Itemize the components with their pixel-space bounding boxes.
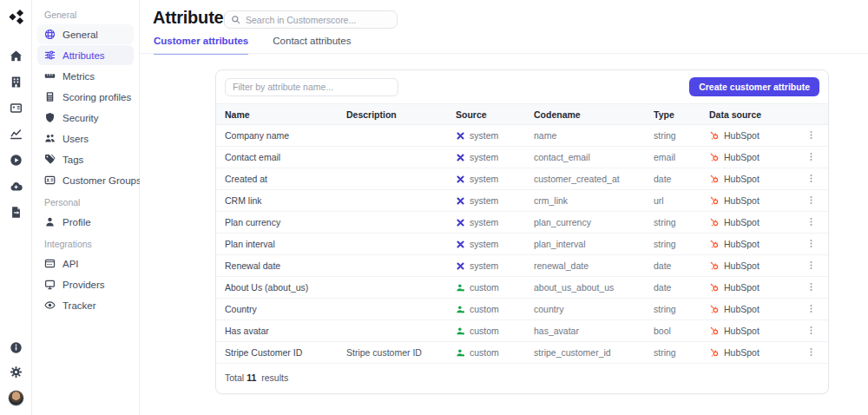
sidebar-item-label: API bbox=[62, 259, 79, 269]
table-row: Contact emailsystemcontact_emailemailHub… bbox=[216, 147, 828, 168]
icon-rail bbox=[0, 0, 32, 415]
column-header-data-source: Data source bbox=[709, 109, 792, 120]
user-avatar[interactable] bbox=[8, 390, 24, 406]
codename-cell: customer_created_at bbox=[534, 174, 654, 184]
source-label: custom bbox=[470, 282, 499, 293]
type-cell: email bbox=[654, 152, 709, 162]
sidebar-item-general[interactable]: General bbox=[37, 24, 134, 44]
sidebar-item-tags[interactable]: Tags bbox=[37, 149, 134, 169]
attribute-name-cell: Plan currency bbox=[225, 217, 346, 227]
custom-icon bbox=[456, 348, 465, 358]
row-menu-button[interactable] bbox=[803, 149, 819, 166]
codename-cell: about_us_about_us bbox=[534, 282, 654, 293]
source-label: custom bbox=[470, 326, 499, 336]
sidebar-item-profile[interactable]: Profile bbox=[37, 212, 134, 232]
info-icon bbox=[10, 341, 23, 354]
attribute-name-cell: CRM link bbox=[225, 195, 346, 206]
row-actions bbox=[792, 258, 819, 274]
eye-icon bbox=[44, 300, 56, 311]
system-icon bbox=[456, 196, 465, 206]
hubspot-icon bbox=[709, 260, 720, 271]
gear-icon bbox=[10, 366, 23, 379]
source-cell: system bbox=[456, 130, 534, 141]
source-cell: system bbox=[456, 152, 534, 162]
chart-icon bbox=[10, 128, 23, 141]
create-customer-attribute-button[interactable]: Create customer attribute bbox=[689, 77, 819, 96]
system-icon bbox=[456, 131, 465, 141]
hubspot-icon bbox=[709, 282, 720, 293]
row-menu-button[interactable] bbox=[803, 128, 819, 144]
rail-chart-button[interactable] bbox=[10, 128, 23, 143]
row-menu-button[interactable] bbox=[803, 236, 819, 253]
row-actions bbox=[792, 301, 819, 318]
data-source-label: HubSpot bbox=[724, 260, 760, 271]
search-icon bbox=[231, 15, 240, 24]
rail-gear-button[interactable] bbox=[10, 366, 23, 381]
source-label: system bbox=[470, 130, 498, 141]
row-menu-button[interactable] bbox=[803, 214, 819, 231]
sidebar-item-attributes[interactable]: Attributes bbox=[37, 45, 134, 65]
attribute-name-cell: Created at bbox=[225, 174, 346, 184]
column-header-source: Source bbox=[456, 109, 534, 120]
codename-cell: has_avatar bbox=[534, 326, 654, 336]
global-search-input[interactable] bbox=[246, 15, 385, 25]
filter-input[interactable] bbox=[225, 78, 398, 96]
data-source-label: HubSpot bbox=[724, 326, 760, 336]
type-cell: url bbox=[654, 195, 709, 206]
source-label: custom bbox=[470, 347, 499, 358]
sidebar-item-label: Users bbox=[62, 134, 89, 144]
type-cell: string bbox=[654, 239, 709, 249]
sidebar-item-label: Attributes bbox=[62, 50, 105, 61]
sidebar-item-customer-groups[interactable]: Customer Groups bbox=[37, 170, 134, 190]
page-title: Attributes bbox=[153, 8, 233, 28]
codename-cell: name bbox=[534, 130, 654, 141]
cloud-upload-icon bbox=[10, 180, 23, 193]
sidebar-item-security[interactable]: Security bbox=[37, 108, 134, 128]
data-source-label: HubSpot bbox=[724, 195, 760, 206]
data-source-cell: HubSpot bbox=[709, 152, 792, 162]
row-menu-button[interactable] bbox=[803, 323, 819, 339]
codename-cell: plan_currency bbox=[534, 217, 654, 227]
app-logo-icon[interactable] bbox=[8, 9, 24, 25]
data-source-label: HubSpot bbox=[724, 152, 760, 162]
sidebar-item-users[interactable]: Users bbox=[37, 128, 134, 148]
results-label: results bbox=[261, 372, 288, 383]
rail-id-badge-button[interactable] bbox=[10, 102, 23, 117]
row-menu-button[interactable] bbox=[803, 171, 819, 188]
sidebar-item-label: Providers bbox=[62, 280, 105, 290]
sidebar-item-tracker[interactable]: Tracker bbox=[37, 295, 134, 315]
table-body: Company namesystemnamestringHubSpotConta… bbox=[216, 125, 828, 364]
rail-home-button[interactable] bbox=[10, 49, 23, 65]
table-row: Plan currencysystemplan_currencystringHu… bbox=[216, 212, 828, 234]
row-actions bbox=[792, 171, 819, 188]
system-icon bbox=[456, 261, 465, 271]
source-label: system bbox=[470, 217, 498, 227]
global-search[interactable] bbox=[224, 10, 398, 29]
tab-contact-attributes[interactable]: Contact attributes bbox=[273, 36, 351, 55]
data-source-label: HubSpot bbox=[724, 217, 760, 227]
codename-cell: country bbox=[534, 304, 654, 314]
tab-customer-attributes[interactable]: Customer attributes bbox=[154, 36, 248, 55]
row-menu-button[interactable] bbox=[803, 193, 819, 209]
sidebar-item-label: Customer Groups bbox=[62, 175, 141, 186]
row-menu-button[interactable] bbox=[803, 280, 819, 296]
row-menu-button[interactable] bbox=[803, 301, 819, 318]
sidebar-item-label: Metrics bbox=[62, 71, 95, 82]
type-cell: string bbox=[654, 130, 709, 141]
sidebar-item-api[interactable]: API bbox=[37, 254, 134, 273]
rail-info-button[interactable] bbox=[10, 341, 23, 357]
rail-cloud-upload-button[interactable] bbox=[10, 180, 23, 195]
row-menu-button[interactable] bbox=[803, 258, 819, 274]
rail-building-button[interactable] bbox=[10, 76, 23, 91]
row-actions bbox=[792, 280, 819, 296]
settings-sidebar: GeneralGeneralAttributesMetricsScoring p… bbox=[32, 0, 140, 415]
rail-file-export-button[interactable] bbox=[10, 206, 23, 221]
attribute-name-cell: Stripe Customer ID bbox=[225, 347, 346, 358]
row-menu-button[interactable] bbox=[803, 345, 819, 361]
sidebar-item-scoring-profiles[interactable]: Scoring profiles bbox=[37, 87, 134, 107]
sidebar-item-providers[interactable]: Providers bbox=[37, 274, 134, 294]
rail-play-button[interactable] bbox=[10, 154, 23, 169]
card-toolbar: Create customer attribute bbox=[216, 70, 828, 103]
sidebar-item-metrics[interactable]: Metrics bbox=[37, 66, 134, 86]
codename-cell: contact_email bbox=[534, 152, 654, 162]
